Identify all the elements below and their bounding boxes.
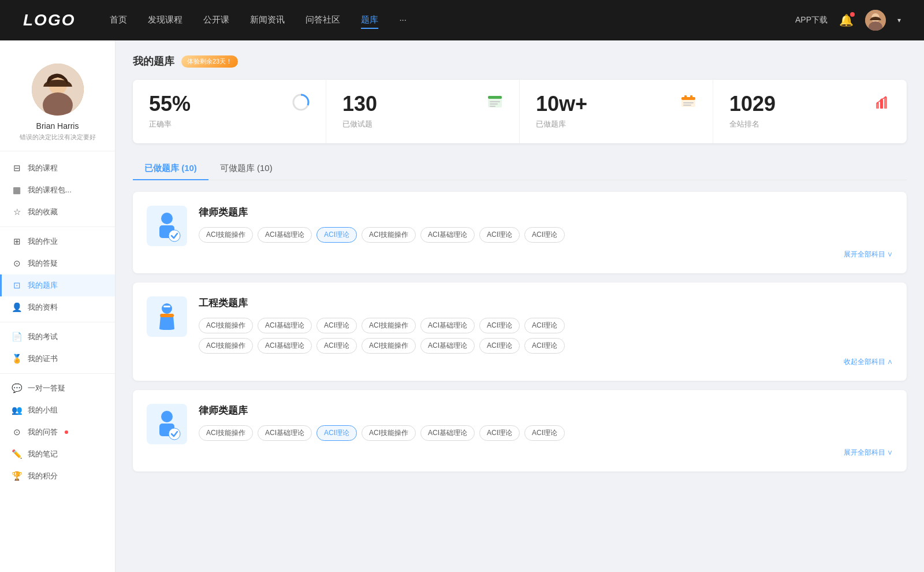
tab-available-banks[interactable]: 可做题库 (10) <box>208 157 284 180</box>
stat-banks-label: 已做题库 <box>536 119 566 129</box>
stat-done-banks: 10w+ 已做题库 <box>520 80 713 143</box>
sidebar-menu: ⊟ 我的课程 ▦ 我的课程包... ☆ 我的收藏 ⊞ 我的作业 ⊙ 我的答疑 ⊡ <box>0 151 115 493</box>
menu-exam[interactable]: 📄 我的考试 <box>0 326 115 348</box>
tab-done-banks[interactable]: 已做题库 (10) <box>133 157 208 180</box>
menu-groups[interactable]: 👥 我的小组 <box>0 399 115 421</box>
tag-2-5[interactable]: ACI理论 <box>479 425 520 441</box>
nav-qbank[interactable]: 题库 <box>361 12 378 29</box>
qbank-1-name: 工程类题库 <box>199 296 893 310</box>
tag-1-0[interactable]: ACI技能操作 <box>199 318 253 333</box>
qbank-1-tags-row1: ACI技能操作 ACI基础理论 ACI理论 ACI技能操作 ACI基础理论 AC… <box>199 318 893 333</box>
qbank-0-tags-row: ACI技能操作 ACI基础理论 ACI理论 ACI技能操作 ACI基础理论 AC… <box>199 227 565 243</box>
tag-1-1[interactable]: ACI基础理论 <box>258 318 312 333</box>
stat-rank-label: 全站排名 <box>729 119 759 129</box>
tag-0-1[interactable]: ACI基础理论 <box>258 227 312 243</box>
qbank-2-name: 律师类题库 <box>199 404 893 417</box>
stat-rank-number: 1029 <box>729 94 776 114</box>
qa-icon: ⊙ <box>12 258 22 269</box>
stat-done-number: 130 <box>342 94 377 114</box>
svg-rect-20 <box>690 95 692 98</box>
tag-1r2-5[interactable]: ACI理论 <box>479 338 520 354</box>
tag-1r2-0[interactable]: ACI技能操作 <box>199 338 253 354</box>
menu-my-questions[interactable]: ⊙ 我的问答 <box>0 421 115 443</box>
packages-icon: ▦ <box>12 185 22 195</box>
qbank-card-2: 律师类题库 ACI技能操作 ACI基础理论 ACI理论 ACI技能操作 ACI基… <box>133 390 907 471</box>
tag-1r2-1[interactable]: ACI基础理论 <box>258 338 312 354</box>
qbank-card-0-header: 律师类题库 ACI技能操作 ACI基础理论 ACI理论 ACI技能操作 ACI基… <box>147 206 893 246</box>
stat-done-label: 已做试题 <box>342 119 372 129</box>
main-content: 我的题库 体验剩余23天！ 55% 正确率 130 已做试题 <box>116 40 924 572</box>
nav-opencourse[interactable]: 公开课 <box>203 12 229 29</box>
tag-0-6[interactable]: ACI理论 <box>524 227 565 243</box>
logo[interactable]: LOGO <box>23 11 75 29</box>
app-download-button[interactable]: APP下载 <box>795 15 828 25</box>
svg-rect-19 <box>684 95 687 98</box>
tag-1r2-3[interactable]: ACI技能操作 <box>362 338 416 354</box>
nav-discover[interactable]: 发现课程 <box>148 12 182 29</box>
qbank-1-icon-wrap <box>147 296 187 337</box>
menu-course-packages[interactable]: ▦ 我的课程包... <box>0 179 115 201</box>
profile-name: Brian Harris <box>36 121 79 131</box>
svg-rect-23 <box>884 97 887 109</box>
tag-2-3[interactable]: ACI技能操作 <box>362 425 416 441</box>
tag-1-4[interactable]: ACI基础理论 <box>420 318 475 333</box>
tag-1-2[interactable]: ACI理论 <box>316 318 357 333</box>
tag-1r2-4[interactable]: ACI基础理论 <box>420 338 475 354</box>
qbank-0-icon-wrap <box>147 206 187 246</box>
tag-2-2[interactable]: ACI理论 <box>316 425 357 441</box>
accuracy-chart-icon <box>292 94 310 114</box>
menu-favorites[interactable]: ☆ 我的收藏 <box>0 201 115 223</box>
svg-point-27 <box>161 213 173 224</box>
header-right: APP下载 🔔 ▾ <box>795 10 901 31</box>
nav-qa[interactable]: 问答社区 <box>305 12 340 29</box>
profile-avatar <box>32 64 84 116</box>
qbank-1-info: 工程类题库 ACI技能操作 ACI基础理论 ACI理论 ACI技能操作 ACI基… <box>199 296 893 354</box>
tag-1r2-6[interactable]: ACI理论 <box>524 338 565 354</box>
svg-rect-32 <box>163 306 170 307</box>
tag-0-4[interactable]: ACI基础理论 <box>420 227 475 243</box>
menu-points[interactable]: 🏆 我的积分 <box>0 465 115 487</box>
notification-bell-icon[interactable]: 🔔 <box>839 13 854 27</box>
menu-certificate[interactable]: 🏅 我的证书 <box>0 348 115 370</box>
menu-my-courses[interactable]: ⊟ 我的课程 <box>0 157 115 179</box>
tag-2-6[interactable]: ACI理论 <box>524 425 565 441</box>
tag-1-5[interactable]: ACI理论 <box>479 318 520 333</box>
tag-0-2[interactable]: ACI理论 <box>316 227 357 243</box>
profile-motto: 错误的决定比没有决定要好 <box>14 133 102 142</box>
tag-2-0[interactable]: ACI技能操作 <box>199 425 253 441</box>
tag-2-1[interactable]: ACI基础理论 <box>258 425 312 441</box>
qbank-0-info: 律师类题库 ACI技能操作 ACI基础理论 ACI理论 ACI技能操作 ACI基… <box>199 206 893 243</box>
tag-1-6[interactable]: ACI理论 <box>524 318 565 333</box>
tag-2-4[interactable]: ACI基础理论 <box>420 425 475 441</box>
certificate-icon: 🏅 <box>12 354 22 364</box>
qbank-card-1-header: 工程类题库 ACI技能操作 ACI基础理论 ACI理论 ACI技能操作 ACI基… <box>147 296 893 354</box>
groups-icon: 👥 <box>12 405 22 415</box>
qbank-2-expand-link[interactable]: 展开全部科目 ∨ <box>844 448 893 458</box>
menu-homework[interactable]: ⊞ 我的作业 <box>0 231 115 252</box>
menu-qa-answers[interactable]: ⊙ 我的答疑 <box>0 252 115 274</box>
nav-home[interactable]: 首页 <box>110 12 127 29</box>
tag-1r2-2[interactable]: ACI理论 <box>316 338 357 354</box>
svg-rect-14 <box>490 106 495 107</box>
tag-1-3[interactable]: ACI技能操作 <box>362 318 416 333</box>
menu-notes[interactable]: ✏️ 我的笔记 <box>0 443 115 465</box>
qbank-card-0: 律师类题库 ACI技能操作 ACI基础理论 ACI理论 ACI技能操作 ACI基… <box>133 192 907 273</box>
tag-0-3[interactable]: ACI技能操作 <box>362 227 416 243</box>
tag-0-0[interactable]: ACI技能操作 <box>199 227 253 243</box>
nav-news[interactable]: 新闻资讯 <box>250 12 285 29</box>
menu-qbank[interactable]: ⊡ 我的题库 <box>0 274 115 296</box>
svg-point-30 <box>162 303 172 314</box>
menu-profile[interactable]: 👤 我的资料 <box>0 296 115 318</box>
menu-one-on-one[interactable]: 💬 一对一答疑 <box>0 377 115 399</box>
qbank-1-tags-row2: ACI技能操作 ACI基础理论 ACI理论 ACI技能操作 ACI基础理论 AC… <box>199 338 893 354</box>
user-avatar[interactable] <box>865 10 886 31</box>
qbank-1-expand-link[interactable]: 收起全部科目 ∧ <box>844 357 893 367</box>
user-dropdown-icon[interactable]: ▾ <box>897 16 901 24</box>
tag-0-5[interactable]: ACI理论 <box>479 227 520 243</box>
nav-more[interactable]: ··· <box>399 12 407 29</box>
unread-dot <box>65 430 68 434</box>
one-on-one-icon: 💬 <box>12 383 22 393</box>
svg-rect-31 <box>160 314 174 317</box>
qbank-0-expand-link[interactable]: 展开全部科目 ∨ <box>844 250 893 259</box>
ranking-icon <box>874 94 891 113</box>
